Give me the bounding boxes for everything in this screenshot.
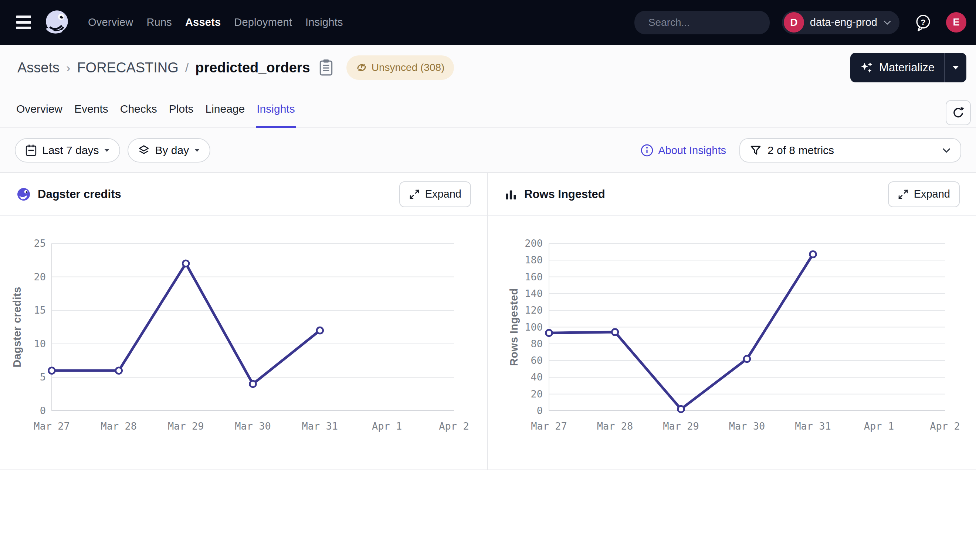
calendar-icon	[25, 144, 37, 157]
hamburger-menu-icon[interactable]	[16, 11, 40, 34]
insights-filter-bar: Last 7 days By day About Insights	[0, 128, 976, 172]
panel-header: Dagster credits Expand	[0, 173, 487, 216]
deployment-switcher[interactable]: D data-eng-prod	[782, 11, 899, 34]
dagster-credits-icon	[16, 187, 31, 202]
tab-overview[interactable]: Overview	[16, 90, 62, 127]
expand-button-dagster-credits[interactable]: Expand	[399, 182, 471, 207]
svg-text:?: ?	[921, 17, 926, 27]
svg-text:25: 25	[33, 238, 46, 249]
asset-header: Assets › FORECASTING / predicted_orders	[0, 45, 976, 172]
svg-text:0: 0	[40, 405, 46, 416]
svg-text:Apr 2: Apr 2	[930, 420, 960, 432]
help-icon: ?	[914, 14, 932, 32]
chart-title-text: Rows Ingested	[524, 188, 605, 201]
insights-charts: Dagster credits Expand 0510152025Mar 27M…	[0, 172, 976, 470]
nav-link-deployment[interactable]: Deployment	[234, 16, 292, 28]
expand-icon	[409, 189, 420, 200]
materialize-options-button[interactable]	[945, 53, 966, 82]
nav-link-assets[interactable]: Assets	[185, 16, 221, 28]
unsynced-status-label: Unsynced (308)	[371, 62, 445, 73]
nav-link-insights[interactable]: Insights	[305, 16, 343, 28]
svg-text:40: 40	[530, 371, 543, 383]
dagster-asset-insights-page: Overview Runs Assets Deployment Insights…	[0, 0, 976, 560]
info-icon	[640, 144, 653, 157]
chart-title-dagster-credits: Dagster credits	[16, 187, 121, 202]
svg-text:Apr 1: Apr 1	[864, 420, 894, 432]
time-range-filter[interactable]: Last 7 days	[15, 138, 120, 163]
refresh-icon	[952, 106, 965, 119]
svg-text:60: 60	[530, 355, 543, 366]
svg-text:Mar 28: Mar 28	[101, 420, 137, 432]
granularity-filter[interactable]: By day	[127, 138, 211, 163]
chevron-down-icon	[942, 148, 951, 153]
panel-dagster-credits: Dagster credits Expand 0510152025Mar 27M…	[0, 173, 488, 470]
sparkles-icon	[860, 61, 874, 75]
dagster-credits-line-chart[interactable]: 0510152025Mar 27Mar 28Mar 29Mar 30Mar 31…	[0, 216, 487, 470]
chart-title-rows-ingested: Rows Ingested	[504, 188, 605, 201]
materialize-button[interactable]: Materialize	[850, 53, 944, 82]
svg-text:120: 120	[525, 304, 543, 316]
tab-events[interactable]: Events	[74, 90, 108, 127]
tab-checks[interactable]: Checks	[120, 90, 157, 127]
nav-link-overview[interactable]: Overview	[88, 16, 133, 28]
chart-title-text: Dagster credits	[38, 188, 121, 201]
refresh-button[interactable]	[946, 100, 971, 125]
tab-insights[interactable]: Insights	[257, 90, 295, 127]
copy-asset-name-button[interactable]	[318, 59, 334, 77]
breadcrumb-assets-link[interactable]: Assets	[17, 60, 60, 76]
asset-tabs: Overview Events Checks Plots Lineage Ins…	[0, 90, 976, 128]
expand-button-rows-ingested[interactable]: Expand	[888, 182, 960, 207]
svg-text:Mar 27: Mar 27	[531, 420, 567, 432]
primary-nav: Overview Runs Assets Deployment Insights	[88, 16, 343, 28]
search-input[interactable]	[648, 17, 782, 28]
tab-plots[interactable]: Plots	[169, 90, 194, 127]
clipboard-icon	[318, 59, 334, 77]
top-nav: Overview Runs Assets Deployment Insights…	[0, 0, 976, 45]
help-button[interactable]: ?	[914, 14, 932, 32]
svg-text:160: 160	[525, 271, 543, 283]
search-box[interactable]: /	[634, 11, 770, 34]
svg-text:Mar 31: Mar 31	[795, 420, 831, 432]
svg-text:Mar 30: Mar 30	[729, 420, 765, 432]
about-insights-link[interactable]: About Insights	[640, 144, 726, 157]
svg-text:5: 5	[40, 371, 46, 383]
svg-text:140: 140	[525, 288, 543, 299]
svg-text:Apr 2: Apr 2	[439, 420, 469, 432]
breadcrumb: Assets › FORECASTING / predicted_orders	[0, 45, 976, 90]
tab-lineage[interactable]: Lineage	[206, 90, 245, 127]
panel-rows-ingested: Rows Ingested Expand 0204060801001201401…	[488, 173, 976, 470]
unsynced-status-badge[interactable]: Unsynced (308)	[346, 55, 455, 80]
svg-text:Mar 31: Mar 31	[302, 420, 338, 432]
metrics-select[interactable]: 2 of 8 metrics	[739, 138, 961, 163]
metrics-select-value: 2 of 8 metrics	[767, 144, 834, 157]
svg-text:Apr 1: Apr 1	[372, 420, 402, 432]
expand-label: Expand	[425, 188, 461, 200]
materialize-label: Materialize	[879, 61, 934, 74]
svg-text:180: 180	[525, 254, 543, 266]
chevron-down-icon	[883, 20, 891, 25]
bar-chart-icon	[504, 188, 518, 201]
deployment-name: data-eng-prod	[810, 16, 877, 28]
asset-name: predicted_orders	[195, 60, 310, 76]
svg-text:15: 15	[33, 304, 46, 316]
caret-down-icon	[953, 66, 959, 70]
rows-ingested-line-chart[interactable]: 020406080100120140160180200Mar 27Mar 28M…	[488, 216, 975, 470]
expand-label: Expand	[914, 188, 950, 200]
expand-icon	[897, 189, 909, 200]
materialize-split-button: Materialize	[850, 53, 966, 82]
user-avatar[interactable]: E	[946, 12, 966, 33]
svg-text:20: 20	[33, 271, 46, 283]
svg-text:100: 100	[525, 322, 543, 333]
caret-down-icon	[104, 148, 110, 152]
nav-link-runs[interactable]: Runs	[146, 16, 172, 28]
layers-icon	[138, 145, 150, 156]
svg-text:Mar 27: Mar 27	[33, 420, 70, 432]
svg-text:Mar 30: Mar 30	[235, 420, 271, 432]
breadcrumb-group-link[interactable]: FORECASTING	[77, 60, 178, 76]
svg-text:Mar 29: Mar 29	[168, 420, 204, 432]
panel-header: Rows Ingested Expand	[488, 173, 976, 216]
svg-text:Dagster credits: Dagster credits	[11, 287, 23, 368]
granularity-value: By day	[155, 144, 189, 157]
dagster-logo-icon[interactable]	[43, 8, 72, 37]
svg-text:Mar 29: Mar 29	[663, 420, 699, 432]
